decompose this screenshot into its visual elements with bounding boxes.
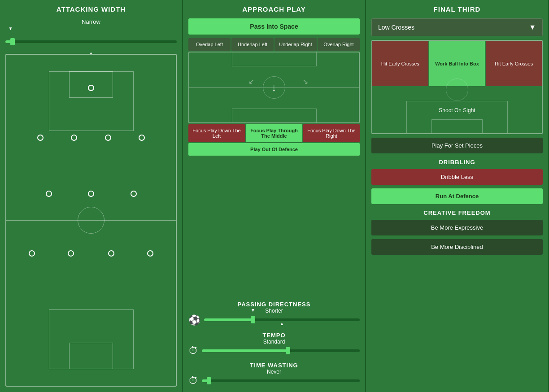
time-wasting-icon: ⏱ xyxy=(188,375,198,387)
pitch-arrow-right: ↘ xyxy=(302,77,308,86)
dribbling-title: DRIBBLING xyxy=(371,159,543,166)
focus-left-cell[interactable]: Focus Play Down The Left xyxy=(188,124,245,142)
play-out-cell[interactable]: Play Out Of Defence xyxy=(188,143,360,156)
focus-middle-cell[interactable]: Focus Play Through The Middle xyxy=(246,124,302,142)
time-wasting-slider[interactable] xyxy=(202,379,360,382)
pitch-bottom-box xyxy=(232,109,317,122)
underlap-right-cell[interactable]: Underlap Right xyxy=(274,38,317,51)
player-def3 xyxy=(105,135,111,141)
pitch-top-box xyxy=(232,52,317,66)
underlap-left-cell[interactable]: Underlap Left xyxy=(231,38,274,51)
hit-early-crosses-right[interactable]: Hit Early Crosses xyxy=(486,41,542,86)
bottom-small-box xyxy=(69,343,113,369)
tempo-icon: ⏱ xyxy=(188,345,198,357)
time-wasting-title: TIME WASTING xyxy=(188,362,360,369)
player-gk xyxy=(88,85,94,91)
approach-pitch-visual: ↓ ↙ ↘ xyxy=(188,52,360,123)
run-at-defence-button[interactable]: Run At Defence xyxy=(371,188,543,204)
passing-arrow: ▼ xyxy=(251,308,255,313)
passing-directness-value: Shorter xyxy=(188,308,360,314)
player-def2 xyxy=(71,135,77,141)
final-third-pitch: Hit Early Crosses Work Ball Into Box Hit… xyxy=(371,40,543,134)
player-fwd2 xyxy=(68,250,74,257)
player-fwd3 xyxy=(108,250,114,257)
final-third-title: FINAL THIRD xyxy=(371,5,543,15)
time-wasting-thumb xyxy=(207,377,211,384)
final-grid: Hit Early Crosses Work Ball Into Box Hit… xyxy=(372,41,542,133)
final-cell-bottom-right xyxy=(486,87,542,133)
dropdown-label: Low Crosses xyxy=(378,24,414,31)
overlap-row: Overlap Left Underlap Left Underlap Righ… xyxy=(188,38,360,51)
final-third-panel: FINAL THIRD Low Crosses ▼ Hit Early Cros… xyxy=(366,0,549,392)
player-mid1 xyxy=(46,191,52,197)
tempo-title: TEMPO xyxy=(188,332,360,339)
player-def1 xyxy=(37,135,44,141)
player-mid3 xyxy=(131,191,137,197)
slider-arrow-indicator: ▼ xyxy=(9,26,13,31)
formation-pitch xyxy=(5,54,177,387)
overlap-left-cell[interactable]: Overlap Left xyxy=(188,38,231,51)
player-def4 xyxy=(139,135,145,141)
center-circle xyxy=(78,207,105,234)
overlap-right-cell[interactable]: Overlap Right xyxy=(318,38,360,51)
work-ball-into-box[interactable]: Work Ball Into Box xyxy=(429,41,485,86)
passing-slider-row: ⚽ ▼ ▲ xyxy=(188,314,360,327)
approach-play-title: APPROACH PLAY xyxy=(188,5,360,15)
ball-icon: ⚽ xyxy=(188,314,200,326)
pitch-arrow: ↓ xyxy=(271,82,277,93)
passing-slider[interactable]: ▼ ▲ xyxy=(204,314,360,327)
time-wasting-section: TIME WASTING Never ⏱ xyxy=(188,360,360,387)
tempo-slider[interactable] xyxy=(202,349,360,352)
approach-options-grid: Overlap Left Underlap Left Underlap Righ… xyxy=(188,38,360,293)
play-for-set-pieces-button[interactable]: Play For Set Pieces xyxy=(371,138,543,153)
creative-freedom-title: CREATIVE FREEDOM xyxy=(371,209,543,216)
attacking-width-panel: ATTACKING WIDTH Narrow ▼ ▲ xyxy=(0,0,183,392)
tempo-value: Standard xyxy=(188,339,360,345)
shoot-on-sight[interactable]: Shoot On Sight xyxy=(429,87,485,133)
hit-early-crosses-left[interactable]: Hit Early Crosses xyxy=(372,41,428,86)
tempo-fill xyxy=(202,349,289,352)
dribble-less-button[interactable]: Dribble Less xyxy=(371,169,543,185)
tempo-track xyxy=(202,349,360,352)
chevron-down-icon: ▼ xyxy=(529,23,536,31)
time-wasting-value: Never xyxy=(188,369,360,375)
narrow-label: Narrow xyxy=(5,18,177,25)
passing-directness-section: PASSING DIRECTNESS Shorter ⚽ ▼ ▲ xyxy=(188,299,360,327)
time-wasting-track xyxy=(202,379,360,382)
tempo-section: TEMPO Standard ⏱ xyxy=(188,330,360,357)
tempo-thumb xyxy=(286,347,290,354)
tempo-slider-row: ⏱ xyxy=(188,345,360,357)
player-mid2 xyxy=(88,191,94,197)
focus-right-cell[interactable]: Focus Play Down The Right xyxy=(303,124,360,142)
pitch-arrow-left: ↙ xyxy=(248,77,254,86)
attacking-width-title: ATTACKING WIDTH xyxy=(5,5,177,15)
attacking-width-slider[interactable]: ▼ ▲ xyxy=(5,30,177,49)
focus-play-row: Focus Play Down The Left Focus Play Thro… xyxy=(188,124,360,142)
passing-directness-title: PASSING DIRECTNESS xyxy=(188,301,360,308)
approach-play-panel: APPROACH PLAY Pass Into Space Overlap Le… xyxy=(183,0,366,392)
player-fwd4 xyxy=(147,250,153,257)
passing-arrow-up: ▲ xyxy=(280,321,284,326)
be-more-disciplined-button[interactable]: Be More Disciplined xyxy=(371,239,543,255)
play-out-row: Play Out Of Defence xyxy=(188,143,360,156)
be-more-expressive-button[interactable]: Be More Expressive xyxy=(371,220,543,235)
pass-into-space-button[interactable]: Pass Into Space xyxy=(188,18,360,35)
time-wasting-slider-row: ⏱ xyxy=(188,375,360,387)
final-cell-bottom-left xyxy=(372,87,428,133)
low-crosses-dropdown[interactable]: Low Crosses ▼ xyxy=(371,18,543,36)
player-fwd1 xyxy=(29,250,35,257)
